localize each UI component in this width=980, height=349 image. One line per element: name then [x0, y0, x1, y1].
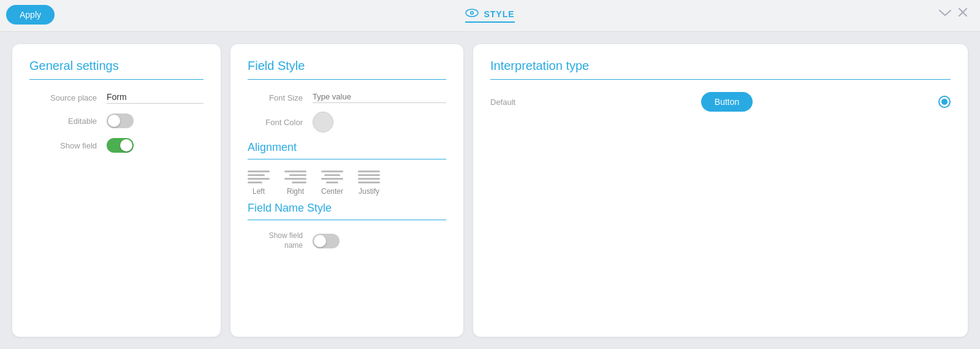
- source-place-row: Source place Form: [29, 92, 203, 104]
- alignment-title: Alignment: [248, 141, 446, 159]
- show-field-name-row: Show fieldname: [248, 231, 446, 250]
- font-color-picker[interactable]: [313, 112, 333, 132]
- top-right-icons: [938, 7, 968, 20]
- show-field-label: Show field: [29, 141, 97, 150]
- align-right-option[interactable]: Right: [284, 171, 306, 196]
- style-tab: STYLE: [465, 9, 514, 23]
- source-place-value: Form: [107, 92, 203, 104]
- show-field-name-toggle[interactable]: [313, 234, 340, 248]
- eye-icon: [465, 9, 479, 19]
- general-settings-title: General settings: [29, 59, 203, 80]
- align-left-label: Left: [253, 187, 265, 196]
- align-right-label: Right: [287, 187, 304, 196]
- alignment-options: Left Right Center: [248, 171, 446, 196]
- show-field-toggle[interactable]: [107, 138, 134, 153]
- editable-toggle[interactable]: [107, 113, 134, 128]
- radio-button-selected[interactable]: [938, 96, 951, 108]
- close-icon[interactable]: [958, 7, 968, 20]
- interpretation-default-row: Default Button: [490, 92, 951, 112]
- button-option[interactable]: Button: [701, 92, 753, 112]
- align-justify-option[interactable]: Justify: [358, 171, 380, 196]
- font-color-row: Font Color: [248, 112, 446, 132]
- editable-row: Editable: [29, 113, 203, 128]
- align-center-label: Center: [321, 187, 343, 196]
- align-center-option[interactable]: Center: [321, 171, 343, 196]
- field-name-style-title: Field Name Style: [248, 202, 446, 220]
- default-label: Default: [490, 98, 515, 107]
- radio-inner: [941, 99, 948, 105]
- font-size-label: Font Size: [248, 93, 303, 102]
- font-color-label: Font Color: [248, 118, 303, 127]
- field-style-title: Field Style: [248, 59, 446, 80]
- field-style-card: Field Style Font Size Font Color Alignme…: [230, 44, 463, 337]
- show-field-name-label: Show fieldname: [248, 231, 303, 250]
- align-justify-icon: [358, 171, 380, 183]
- align-right-icon: [284, 171, 306, 183]
- align-center-icon: [321, 171, 343, 183]
- align-justify-label: Justify: [359, 187, 379, 196]
- style-tab-label: STYLE: [484, 9, 514, 19]
- source-place-label: Source place: [29, 93, 97, 102]
- editable-label: Editable: [29, 117, 97, 126]
- show-field-row: Show field: [29, 138, 203, 153]
- font-size-input[interactable]: [313, 92, 446, 103]
- svg-point-2: [471, 12, 473, 13]
- interpretation-type-title: Interpretation type: [490, 59, 951, 80]
- main-content: General settings Source place Form Edita…: [0, 32, 980, 349]
- apply-button[interactable]: Apply: [6, 5, 55, 25]
- chevron-down-icon[interactable]: [938, 7, 952, 20]
- top-bar: Apply STYLE: [0, 0, 980, 32]
- interpretation-type-card: Interpretation type Default Button: [473, 44, 968, 337]
- general-settings-card: General settings Source place Form Edita…: [12, 44, 221, 337]
- align-left-icon: [248, 171, 270, 183]
- font-size-row: Font Size: [248, 92, 446, 103]
- align-left-option[interactable]: Left: [248, 171, 270, 196]
